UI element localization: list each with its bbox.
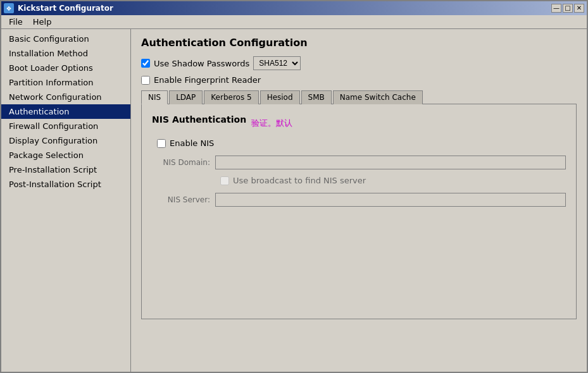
right-panel: Authentication Configuration Use Shadow … [131, 29, 587, 372]
sidebar-item-boot-loader-options[interactable]: Boot Loader Options [1, 61, 130, 75]
sidebar: Basic Configuration Installation Method … [1, 29, 131, 372]
use-broadcast-checkbox[interactable] [220, 176, 229, 185]
title-bar-buttons: — □ ✕ [551, 4, 584, 13]
enable-nis-label: Enable NIS [170, 138, 214, 148]
fingerprint-row: Enable Fingerprint Reader [141, 75, 577, 85]
sidebar-item-firewall-configuration[interactable]: Firewall Configuration [1, 119, 130, 133]
nis-server-label: NIS Server: [152, 195, 215, 204]
nis-domain-input[interactable] [215, 156, 566, 169]
sidebar-item-network-configuration[interactable]: Network Configuration [1, 90, 130, 104]
nis-tab-content: NIS Authentication 验证。默认 Enable NIS NIS … [141, 104, 577, 319]
nis-domain-label: NIS Domain: [152, 158, 215, 167]
nis-server-row: NIS Server: [152, 193, 566, 207]
sha512-dropdown[interactable]: SHA512 [253, 56, 301, 70]
shadow-passwords-checkbox[interactable] [141, 59, 150, 68]
tab-kerberos5[interactable]: Kerberos 5 [204, 90, 258, 104]
sidebar-item-installation-method[interactable]: Installation Method [1, 46, 130, 61]
close-button[interactable]: ✕ [574, 4, 584, 13]
title-bar-left: ❖ Kickstart Configurator [4, 3, 113, 13]
main-content: Basic Configuration Installation Method … [1, 29, 587, 372]
app-icon: ❖ [4, 3, 14, 13]
nis-annotation: 验证。默认 [251, 118, 292, 129]
enable-nis-row: Enable NIS [157, 138, 566, 148]
nis-server-input[interactable] [215, 193, 566, 207]
nis-section-title: NIS Authentication [152, 114, 246, 125]
sidebar-item-partition-information[interactable]: Partition Information [1, 75, 130, 90]
minimize-button[interactable]: — [551, 4, 561, 13]
tab-bar: NIS LDAP Kerberos 5 Hesiod SMB Name Swit… [141, 90, 577, 104]
sidebar-item-package-selection[interactable]: Package Selection [1, 148, 130, 162]
tab-nis[interactable]: NIS [141, 90, 168, 104]
shadow-passwords-label: Use Shadow Passwords [154, 59, 249, 68]
sidebar-item-post-installation-script[interactable]: Post-Installation Script [1, 177, 130, 192]
tab-name-switch-cache[interactable]: Name Switch Cache [333, 90, 423, 104]
sidebar-item-pre-installation-script[interactable]: Pre-Installation Script [1, 162, 130, 177]
tab-ldap[interactable]: LDAP [169, 90, 203, 104]
nis-domain-row: NIS Domain: [152, 156, 566, 169]
enable-nis-checkbox[interactable] [157, 139, 166, 148]
tab-hesiod[interactable]: Hesiod [260, 90, 300, 104]
use-broadcast-label: Use broadcast to find NIS server [233, 176, 366, 185]
sidebar-item-authentication[interactable]: Authentication [1, 104, 130, 119]
fingerprint-checkbox[interactable] [141, 76, 150, 85]
use-broadcast-row: Use broadcast to find NIS server [220, 176, 566, 185]
nis-section-header: NIS Authentication 验证。默认 [152, 114, 566, 132]
main-window: ❖ Kickstart Configurator — □ ✕ File Help… [0, 0, 588, 373]
menu-help[interactable]: Help [28, 16, 57, 28]
window-title: Kickstart Configurator [18, 4, 113, 13]
sidebar-item-basic-configuration[interactable]: Basic Configuration [1, 32, 130, 46]
tab-smb[interactable]: SMB [301, 90, 332, 104]
shadow-passwords-row: Use Shadow Passwords SHA512 [141, 56, 577, 70]
title-bar: ❖ Kickstart Configurator — □ ✕ [1, 1, 587, 15]
sidebar-item-display-configuration[interactable]: Display Configuration [1, 133, 130, 148]
menu-file[interactable]: File [4, 16, 28, 28]
menu-bar: File Help [1, 15, 587, 29]
fingerprint-label: Enable Fingerprint Reader [154, 75, 261, 85]
maximize-button[interactable]: □ [563, 4, 573, 13]
panel-title: Authentication Configuration [141, 37, 577, 49]
